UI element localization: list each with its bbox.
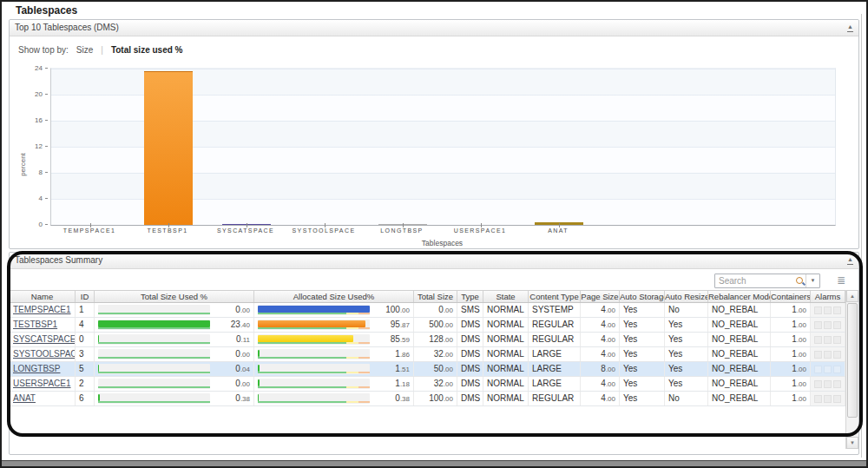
cell-id: 1 [76, 303, 95, 317]
cell-auto-resize: Yes [665, 377, 708, 391]
x-category-label: SYSCATSPACE [202, 227, 289, 234]
collapse-icon[interactable]: ▲ [847, 255, 853, 265]
threshold-zone [98, 342, 210, 344]
alarm-status-box [824, 321, 832, 329]
table-header-row: NameIDTotal Size Used %Allocated Size Us… [10, 290, 845, 303]
cell-total-size: 500.00 [414, 318, 457, 332]
cell-rebalancer-mode: NO_REBAL [708, 362, 771, 376]
alarm-status-box [824, 366, 832, 373]
threshold-zone [98, 327, 210, 329]
threshold-zone [346, 372, 358, 373]
cell-total-size-used-pct: 0.04 [95, 362, 254, 376]
threshold-zone [358, 401, 370, 403]
column-header-total-size[interactable]: Total Size [414, 291, 457, 302]
column-header-rebalancer-mode[interactable]: Rebalancer Mode [708, 291, 771, 302]
show-top-by-label: Show top by: [18, 45, 69, 55]
scroll-up-button[interactable]: ▲ [846, 290, 858, 302]
cell-id: 4 [76, 318, 95, 332]
summary-panel: Tablespaces Summary ▲ ▼ ≣ NameIDTotal Si… [9, 252, 859, 455]
chart-panel-header: Top 10 Tablespaces (DMS) ▲ [10, 20, 858, 36]
column-header-content-type[interactable]: Content Type [529, 291, 581, 302]
cell-state: NORMAL [483, 392, 529, 405]
column-header-containers[interactable]: Containers [771, 291, 811, 302]
cell-auto-resize: No [665, 392, 708, 405]
table-row-systoolspace[interactable]: SYSTOOLSPACE30.001.8632.00DMSNORMALLARGE… [10, 347, 845, 362]
tablespace-link[interactable]: USERSPACE1 [13, 379, 71, 388]
cell-state: NORMAL [483, 377, 529, 391]
tablespace-link[interactable]: LONGTBSP [13, 364, 60, 373]
cell-total-size: 32.00 [414, 377, 457, 391]
chart-bar-testbsp1 [144, 71, 193, 225]
cell-rebalancer-mode: NO_REBAL [708, 347, 771, 361]
column-header-state[interactable]: State [483, 291, 529, 302]
cell-type: DMS [457, 318, 483, 332]
cell-total-size: 32.00 [414, 347, 457, 361]
column-header-allocated-size-used-[interactable]: Allocated Size Used% [254, 291, 414, 302]
cell-name: TESTBSP1 [10, 318, 76, 332]
alarm-status-box [824, 395, 832, 403]
table-row-testbsp1[interactable]: TESTBSP1423.4095.87500.00DMSNORMALREGULA… [10, 318, 845, 333]
bar-value: 0.38 [373, 392, 410, 405]
alarm-status-box [814, 395, 822, 403]
cell-name: USERSPACE1 [10, 377, 76, 391]
bar-value: 0.00 [214, 347, 250, 361]
column-header-auto-resize[interactable]: Auto Resize [665, 291, 708, 302]
column-header-type[interactable]: Type [457, 291, 483, 302]
cell-containers: 1.00 [771, 333, 811, 346]
cell-state: NORMAL [483, 347, 529, 361]
cell-state: NORMAL [483, 333, 529, 346]
table-row-anat[interactable]: ANAT60.380.38100.00DMSNORMALREGULAR4.00Y… [10, 392, 845, 406]
cell-state: NORMAL [483, 362, 529, 376]
alarm-status-box [814, 321, 822, 329]
column-header-name[interactable]: Name [10, 291, 76, 302]
table-row-longtbsp[interactable]: LONGTBSP50.041.5150.00DMSNORMALLARGE8.00… [10, 362, 845, 377]
threshold-zone [358, 342, 370, 344]
threshold-zone [258, 386, 346, 388]
tablespace-link[interactable]: SYSCATSPACE [13, 334, 76, 344]
column-header-alarms[interactable]: Alarms [811, 291, 845, 302]
scroll-down-button[interactable]: ▼ [846, 437, 858, 449]
cell-rebalancer-mode: NO_REBAL [708, 392, 771, 405]
table-row-userspace1[interactable]: USERSPACE120.001.1832.00DMSNORMALLARGE4.… [10, 377, 845, 392]
column-header-total-size-used-[interactable]: Total Size Used % [95, 291, 254, 302]
y-tick-mark [45, 172, 48, 173]
cell-containers: 1.00 [771, 303, 811, 317]
cell-allocated-size-used-pct: 1.86 [254, 347, 414, 361]
cell-total-size: 50.00 [414, 362, 457, 376]
show-top-by-total-size-used-option[interactable]: Total size used % [111, 45, 183, 55]
cell-auto-storage: Yes [620, 392, 665, 405]
alarm-status-box [833, 366, 841, 373]
x-category-label: ANAT [515, 227, 602, 234]
collapse-icon[interactable]: ▲ [847, 23, 853, 32]
alarm-status-box [833, 351, 841, 359]
column-header-id[interactable]: ID [76, 291, 95, 302]
search-options-caret-icon[interactable]: ▼ [806, 274, 819, 287]
scrollbar-thumb[interactable] [847, 303, 858, 418]
column-header-page-size[interactable]: Page Size [581, 291, 620, 302]
column-header-auto-storage[interactable]: Auto Storage [620, 291, 665, 302]
cell-type: DMS [457, 362, 483, 376]
bar-fill [258, 350, 260, 357]
cell-allocated-size-used-pct: 1.18 [254, 377, 414, 391]
threshold-zone [258, 313, 346, 314]
tablespace-link[interactable]: TESTBSP1 [13, 320, 57, 329]
alarm-status-box [814, 380, 822, 388]
threshold-zone [98, 401, 210, 403]
table-row-syscatspace[interactable]: SYSCATSPACE00.1185.59128.00DMSNORMALREGU… [10, 333, 845, 347]
tablespace-link[interactable]: ANAT [13, 393, 36, 403]
threshold-zone [358, 386, 370, 388]
customize-columns-icon[interactable]: ≣ [837, 274, 845, 287]
cell-allocated-size-used-pct: 0.38 [254, 392, 414, 405]
tablespace-link[interactable]: TEMPSPACE1 [13, 305, 71, 314]
bar-track [258, 393, 370, 404]
cell-alarms [811, 392, 845, 405]
alarm-status-box [833, 307, 841, 314]
show-top-by-size-option[interactable]: Size [76, 45, 93, 55]
bar-fill [98, 320, 210, 327]
tablespace-link[interactable]: SYSTOOLSPACE [13, 349, 76, 359]
cell-containers: 1.00 [771, 318, 811, 332]
search-input[interactable] [715, 276, 795, 286]
x-category-label: LONGTBSP [358, 227, 445, 234]
table-row-tempspace1[interactable]: TEMPSPACE110.00100.000.00SMSNORMALSYSTEM… [10, 303, 845, 318]
table-scrollbar[interactable]: ▲ ▼ [845, 290, 858, 449]
